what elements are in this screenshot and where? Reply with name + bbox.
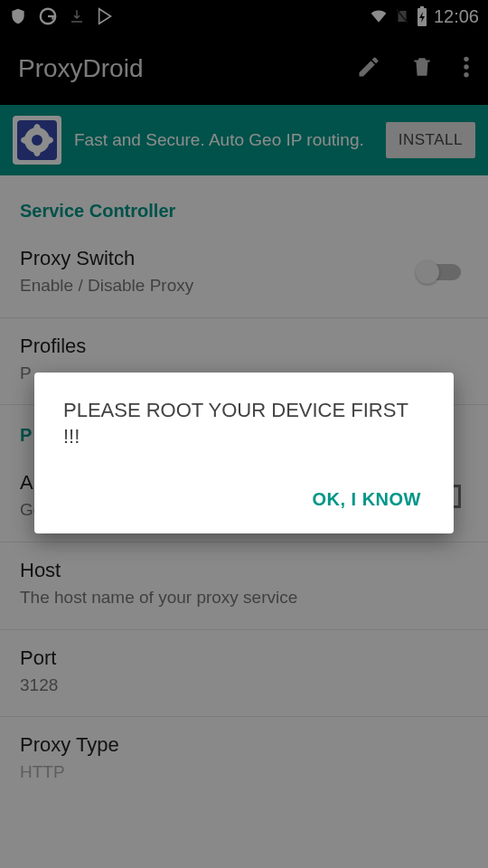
root-warning-dialog: PLEASE ROOT YOUR DEVICE FIRST !!! OK, I … [34,373,454,533]
dialog-scrim[interactable]: PLEASE ROOT YOUR DEVICE FIRST !!! OK, I … [0,0,488,868]
dialog-ok-button[interactable]: OK, I KNOW [308,482,425,517]
dialog-message: PLEASE ROOT YOUR DEVICE FIRST !!! [63,398,425,449]
